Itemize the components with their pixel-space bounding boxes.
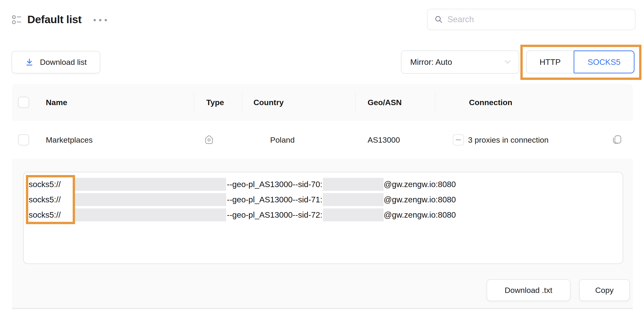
- mirror-selected-value: Mirror: Auto: [410, 58, 504, 67]
- column-divider: [194, 92, 194, 112]
- protocol-tab-http[interactable]: HTTP: [526, 50, 574, 74]
- column-divider: [242, 92, 242, 112]
- chevron-down-icon: [504, 60, 511, 64]
- redacted-username: [74, 178, 226, 191]
- proxy-session-params: --geo-pl_AS13000--sid-72:: [226, 210, 323, 220]
- table-row[interactable]: Marketplaces Poland AS13000 3 proxies in…: [12, 121, 633, 159]
- proxy-line: socks5://--geo-pl_AS13000--sid-70:@gw.ze…: [29, 178, 456, 191]
- copy-button[interactable]: Copy: [579, 279, 630, 301]
- download-txt-button[interactable]: Download .txt: [486, 279, 570, 301]
- download-icon: [25, 58, 34, 67]
- column-header-connection: Connection: [469, 84, 512, 121]
- collapse-connection-button[interactable]: [453, 134, 464, 146]
- select-all-checkbox[interactable]: [18, 97, 29, 108]
- proxy-protocol-prefix: socks5://: [29, 195, 74, 204]
- redacted-password: [323, 208, 384, 221]
- column-header-type: Type: [206, 84, 224, 121]
- column-divider: [355, 92, 355, 112]
- column-header-geo-asn: Geo/ASN: [368, 84, 402, 121]
- proxy-gateway: @gw.zengw.io:8080: [384, 195, 456, 204]
- http-tab-label: HTTP: [540, 58, 561, 67]
- redacted-password: [323, 178, 384, 191]
- ellipsis-dot: [105, 19, 107, 21]
- mirror-select[interactable]: Mirror: Auto: [401, 50, 519, 74]
- protocol-tab-socks5[interactable]: SOCKS5: [574, 50, 634, 74]
- search-input[interactable]: Search: [427, 9, 636, 30]
- list-options-menu-button[interactable]: [94, 19, 107, 21]
- search-icon: [434, 15, 443, 24]
- redacted-username: [74, 193, 226, 206]
- row-checkbox[interactable]: [18, 134, 29, 146]
- proxy-session-params: --geo-pl_AS13000--sid-70:: [226, 180, 323, 189]
- proxy-line: socks5://--geo-pl_AS13000--sid-72:@gw.ze…: [29, 208, 456, 221]
- table-header: Name Type Country Geo/ASN Connection: [12, 84, 633, 121]
- row-name: Marketplaces: [46, 121, 92, 159]
- redacted-username: [74, 208, 226, 221]
- row-country: Poland: [270, 136, 295, 144]
- socks5-tab-label: SOCKS5: [588, 58, 620, 67]
- proxy-protocol-prefix: socks5://: [29, 210, 74, 220]
- proxy-type-home-icon: [203, 121, 215, 159]
- page-title: Default list: [27, 13, 82, 26]
- proxy-gateway: @gw.zengw.io:8080: [384, 180, 456, 189]
- copy-label: Copy: [595, 286, 614, 295]
- proxy-line: socks5://--geo-pl_AS13000--sid-71:@gw.ze…: [29, 193, 456, 206]
- row-geo-asn: AS13000: [368, 121, 400, 159]
- poland-flag-icon: [252, 136, 264, 144]
- proxy-gateway: @gw.zengw.io:8080: [384, 210, 456, 220]
- ellipsis-dot: [94, 19, 96, 21]
- proxy-protocol-prefix: socks5://: [29, 180, 74, 189]
- proxy-session-params: --geo-pl_AS13000--sid-71:: [226, 195, 323, 204]
- proxy-lines: socks5://--geo-pl_AS13000--sid-70:@gw.ze…: [29, 178, 456, 224]
- search-placeholder: Search: [448, 14, 474, 24]
- ellipsis-dot: [99, 19, 102, 21]
- list-icon: [11, 14, 22, 25]
- download-list-button[interactable]: Download list: [12, 51, 100, 74]
- redacted-password: [323, 193, 384, 206]
- column-header-country: Country: [254, 84, 284, 121]
- row-connection: 3 proxies in connection: [468, 121, 549, 159]
- download-txt-label: Download .txt: [505, 286, 552, 295]
- proxy-list-box[interactable]: socks5://--geo-pl_AS13000--sid-70:@gw.ze…: [23, 172, 623, 264]
- column-header-name: Name: [46, 84, 67, 121]
- copy-row-icon[interactable]: [611, 134, 623, 146]
- column-divider: [435, 92, 435, 112]
- panel-bottom-divider: [12, 308, 633, 309]
- download-list-label: Download list: [40, 58, 86, 67]
- row-country-cell: Poland: [252, 121, 295, 159]
